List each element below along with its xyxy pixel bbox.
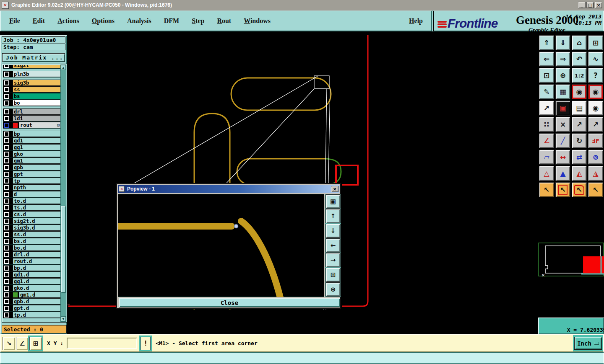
layer-checkbox[interactable] <box>4 286 9 291</box>
layer-row-ldi[interactable]: ldi <box>3 115 61 122</box>
layer-checkbox[interactable] <box>4 132 9 137</box>
layer-checkbox[interactable] <box>4 87 9 92</box>
layer-row-ts.d[interactable]: ts.d <box>3 204 61 211</box>
layer-checkbox[interactable] <box>4 145 9 150</box>
layer-checkbox[interactable] <box>4 172 9 177</box>
layer-row-gko.d[interactable]: gko.d <box>3 285 61 292</box>
overview-map[interactable]: × <box>538 35 604 334</box>
layer-row-gg1[interactable]: gg1 <box>3 144 61 151</box>
popview-window[interactable]: Popview - 1 × ▣↑↓←→⊡⊕ Close <box>116 183 341 309</box>
layer-checkbox[interactable] <box>4 299 9 304</box>
menu-item-actions[interactable]: Actions <box>57 17 79 25</box>
pan-right-button[interactable]: → <box>325 253 341 267</box>
layer-checkbox[interactable] <box>4 123 9 128</box>
layer-checkbox[interactable] <box>4 252 9 257</box>
layer-checkbox[interactable] <box>4 178 9 183</box>
layer-row-gm1.d[interactable]: gm1.d <box>3 292 61 298</box>
layer-row-gpb.d[interactable]: gpb.d <box>3 298 61 305</box>
layer-checkbox[interactable] <box>4 152 9 157</box>
popview-canvas[interactable] <box>118 194 324 297</box>
scroll-up-icon[interactable]: ▲ <box>61 65 66 70</box>
layer-scrollbar[interactable]: ▲ ▼ <box>60 65 66 322</box>
layer-row-npth[interactable]: npth <box>3 184 61 191</box>
layer-row-sig3b[interactable]: sig3b <box>3 80 61 86</box>
zoom-center-button[interactable]: ⊕ <box>325 282 341 297</box>
layer-checkbox[interactable] <box>4 292 9 297</box>
layer-row-gpb[interactable]: gpb <box>3 164 61 171</box>
layer-row-sig2t.d[interactable]: sig2t.d <box>3 218 61 225</box>
angle-snap-button[interactable]: ∠ <box>16 337 29 350</box>
layer-checkbox[interactable] <box>4 259 9 264</box>
layer-checkbox[interactable] <box>4 138 9 143</box>
layer-checkbox[interactable] <box>4 232 9 237</box>
layer-checkbox[interactable] <box>4 219 9 224</box>
maximize-button[interactable]: □ <box>586 2 594 8</box>
menu-item-dfm[interactable]: DFM <box>164 17 179 25</box>
close-button[interactable]: × <box>595 2 602 8</box>
layer-row-sig2t[interactable]: sig2t <box>3 65 61 69</box>
layer-row-bp.d[interactable]: bp.d <box>3 265 61 271</box>
minimize-button[interactable]: _ <box>578 2 586 8</box>
scroll-down-icon[interactable]: ▼ <box>61 316 66 321</box>
popview-close-icon[interactable]: × <box>331 186 338 192</box>
layer-row-drl[interactable]: drl <box>3 108 61 115</box>
menu-item-windows[interactable]: Windows <box>244 17 271 25</box>
pan-down-button[interactable]: ↓ <box>325 224 341 238</box>
layer-checkbox[interactable] <box>4 185 9 190</box>
menu-item-options[interactable]: Options <box>92 17 115 25</box>
layer-checkbox[interactable] <box>4 72 9 77</box>
layer-row-cs.d[interactable]: cs.d <box>3 211 61 218</box>
layer-row-sig3b.d[interactable]: sig3b.d <box>3 225 61 231</box>
layer-row-gm1[interactable]: gm1 <box>3 157 61 164</box>
layer-checkbox[interactable] <box>4 94 9 99</box>
layer-checkbox[interactable] <box>4 199 9 204</box>
popview-close-button[interactable]: Close <box>119 298 340 307</box>
layer-checkbox[interactable] <box>4 158 9 163</box>
alert-button[interactable]: ! <box>141 337 151 350</box>
layer-checkbox[interactable] <box>4 192 9 197</box>
layer-row-tp.d[interactable]: tp.d <box>3 312 61 318</box>
layer-checkbox[interactable] <box>4 205 9 210</box>
menu-item-file[interactable]: File <box>9 17 20 25</box>
layer-row-gko[interactable]: gko <box>3 151 61 157</box>
xy-input[interactable] <box>67 338 137 349</box>
layer-checkbox[interactable] <box>4 279 9 284</box>
layer-checkbox[interactable] <box>4 109 9 114</box>
layer-row-rout.d[interactable]: rout.d <box>3 258 61 265</box>
layer-row-ss[interactable]: ss <box>3 86 61 93</box>
layer-row-d[interactable]: d <box>3 191 61 198</box>
pointer-diagonal-button[interactable]: ↘ <box>3 337 15 350</box>
layer-checkbox[interactable] <box>4 80 9 85</box>
layer-row-ss.d[interactable]: ss.d <box>3 231 61 238</box>
layer-checkbox[interactable] <box>4 65 9 68</box>
layer-checkbox[interactable] <box>4 312 9 318</box>
layer-row-pln3b[interactable]: pln3b <box>3 71 61 77</box>
layer-checkbox[interactable] <box>4 116 9 121</box>
menu-item-help[interactable]: Help <box>409 17 423 25</box>
units-dropdown[interactable]: Inch <box>574 337 602 350</box>
grid-capture-button[interactable]: ⊞ <box>29 337 42 350</box>
pan-left-button[interactable]: ← <box>325 238 341 253</box>
pan-up-button[interactable]: ↑ <box>325 209 341 223</box>
menu-item-rout[interactable]: Rout <box>217 17 231 25</box>
menu-item-analysis[interactable]: Analysis <box>127 17 151 25</box>
layer-checkbox[interactable] <box>4 239 9 244</box>
menu-item-step[interactable]: Step <box>192 17 204 25</box>
layer-checkbox[interactable] <box>4 306 9 311</box>
layer-row-bs[interactable]: bs <box>3 93 61 100</box>
layer-row-bo[interactable]: bo <box>3 100 61 106</box>
layer-checkbox[interactable] <box>4 272 9 277</box>
layer-checkbox[interactable] <box>4 212 9 217</box>
layer-row-gpt[interactable]: gpt <box>3 171 61 178</box>
layer-row-drl.d[interactable]: drl.d <box>3 251 61 258</box>
job-matrix-button[interactable]: Job Matrix ... <box>2 53 65 62</box>
layer-row-tp[interactable]: tp <box>3 178 61 184</box>
scroll-thumb[interactable] <box>61 206 66 293</box>
layer-checkbox[interactable] <box>4 245 9 250</box>
layer-row-to.d[interactable]: to.d <box>3 198 61 204</box>
layer-row-gd1.d[interactable]: gd1.d <box>3 271 61 278</box>
layer-checkbox[interactable] <box>4 101 9 106</box>
layer-checkbox[interactable] <box>4 165 9 170</box>
layer-row-bs.d[interactable]: bs.d <box>3 238 61 245</box>
layer-row-rout[interactable]: rout⊞ <box>3 122 61 129</box>
